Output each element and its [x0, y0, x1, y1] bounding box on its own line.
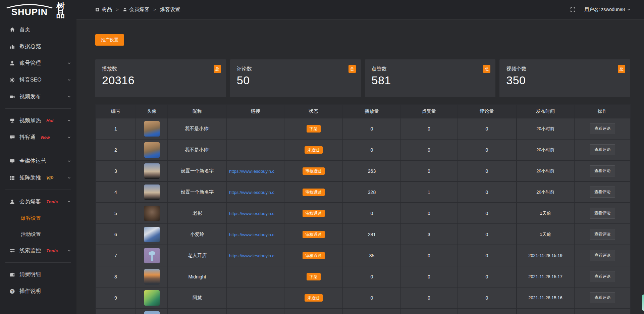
cell-comments: 0: [457, 245, 517, 266]
sidebar-item-label: 会员爆客: [19, 198, 41, 205]
col-header-likes: 点赞量: [401, 105, 457, 118]
breadcrumb-label: 会员爆客: [129, 6, 150, 13]
cell-likes: 0: [401, 139, 457, 160]
avatar: [144, 290, 160, 306]
cell-plays: 0: [343, 118, 401, 139]
breadcrumb-item-member-baoke[interactable]: 会员爆客: [123, 6, 150, 13]
sidebar-item-matrix-boost[interactable]: 矩阵助推 VIP: [0, 169, 76, 186]
view-comments-button[interactable]: 查看评论: [590, 187, 615, 198]
cell-likes: 0: [401, 160, 457, 181]
view-comments-button[interactable]: 查看评论: [590, 250, 615, 261]
bar-chart-icon: [9, 43, 15, 50]
video-link[interactable]: https://www.iesdouyin.c: [229, 211, 274, 216]
sidebar-subitem-activity-settings[interactable]: 活动设置: [0, 226, 76, 242]
cell-id: 8: [96, 266, 136, 287]
gear-icon: [9, 76, 15, 83]
cell-publish-time: 1天前: [517, 224, 574, 245]
cell-publish-time: 20小时前: [517, 181, 574, 203]
cell-publish-time: 20小时前: [517, 139, 574, 160]
cell-publish-time: 2021-11-28 15:16: [517, 287, 574, 308]
stat-label: 点赞数: [372, 66, 489, 72]
user-icon: [9, 60, 15, 66]
topbar-right: 用户名: zswodun88: [570, 7, 631, 13]
sidebar-item-data-overview[interactable]: 数据总览: [0, 38, 76, 55]
cell-likes: [401, 308, 457, 314]
table-row: 2 我不是小帅! 未通过 0 0 0 20小时前 查看评论: [96, 139, 631, 160]
cell-nickname: 小爱玲: [168, 224, 227, 245]
total-badge: 总: [214, 65, 221, 73]
cell-nickname: 设置一个新名字: [168, 160, 227, 181]
breadcrumb-label: 树品: [102, 6, 112, 13]
sidebar-item-account-management[interactable]: 账号管理: [0, 55, 76, 71]
chevron-down-icon: [67, 78, 71, 82]
fullscreen-icon[interactable]: [570, 7, 576, 12]
sidebar-item-lead-monitor[interactable]: 线索监控 Tools: [0, 242, 76, 259]
sidebar-item-member-baoke[interactable]: 会员爆客 Tools: [0, 193, 76, 210]
sidebar-item-operation-guide[interactable]: ? 操作说明: [0, 283, 76, 300]
col-header-publish-time: 发布时间: [517, 105, 574, 118]
view-comments-button[interactable]: 查看评论: [590, 271, 615, 282]
video-link[interactable]: https://www.iesdouyin.c: [229, 169, 274, 174]
table-header-row: 编号 头像 昵称 链接 状态 播放量 点赞量 评论量 发布时间 操作: [96, 105, 631, 118]
chevron-down-icon: [67, 95, 71, 99]
cell-id: [96, 308, 136, 314]
status-badge: 未通过: [305, 294, 323, 302]
avatar: [144, 248, 160, 263]
sidebar-subitem-baoke-settings[interactable]: 爆客设置: [0, 210, 76, 226]
sidebar-item-video-heat[interactable]: 视频加热 Hot: [0, 112, 76, 129]
view-comments-button[interactable]: 查看评论: [590, 165, 615, 176]
home-icon: [9, 26, 15, 33]
cell-plays: 0: [343, 139, 401, 160]
projector-icon: [9, 117, 15, 124]
scrollbar-thumb[interactable]: [642, 295, 644, 311]
cell-id: 7: [96, 245, 136, 266]
sidebar-item-doukotong[interactable]: 抖客通 New: [0, 129, 76, 146]
cell-id: 2: [96, 139, 136, 160]
sidebar-item-consumption-detail[interactable]: 消费明细: [0, 266, 76, 283]
view-comments-button[interactable]: 查看评论: [590, 229, 615, 240]
table-row: 9 阿慧 未通过 0 0 0 2021-11-28 15:16 查看评论: [96, 287, 631, 308]
sidebar-item-label: 矩阵助推: [19, 174, 41, 181]
username-label: 用户名: zswodun88: [584, 7, 625, 13]
cell-likes: 0: [401, 266, 457, 287]
sidebar-item-label: 视频发布: [19, 93, 41, 100]
view-comments-button[interactable]: 查看评论: [590, 208, 615, 219]
stat-label: 播放数: [102, 66, 219, 72]
tools-badge: Tools: [46, 248, 58, 253]
status-badge: 审核通过: [303, 210, 325, 217]
video-link[interactable]: https://www.iesdouyin.c: [229, 253, 274, 258]
col-header-actions: 操作: [574, 105, 631, 118]
sidebar-item-video-publish[interactable]: 视频发布: [0, 88, 76, 105]
promotion-settings-button[interactable]: 推广设置: [95, 34, 124, 46]
col-header-avatar: 头像: [136, 105, 168, 118]
view-comments-button[interactable]: 查看评论: [590, 144, 615, 155]
cell-comments: 0: [457, 118, 517, 139]
view-comments-button[interactable]: 查看评论: [590, 292, 615, 303]
breadcrumb-item-shupin[interactable]: 树品: [95, 6, 112, 13]
col-header-comments: 评论量: [457, 105, 517, 118]
chevron-up-icon: [67, 200, 71, 204]
avatar: [144, 163, 160, 179]
sidebar-item-label: 视频加热: [19, 117, 41, 124]
chevron-down-icon: [67, 61, 71, 65]
cell-id: 3: [96, 160, 136, 181]
question-circle-icon: ?: [9, 288, 15, 295]
sidebar-item-douyin-seo[interactable]: 抖音SEO: [0, 71, 76, 88]
table-row: 1 我不是小帅! 下架 0 0 0 20小时前 查看评论: [96, 118, 631, 139]
chevron-down-icon: [67, 118, 71, 122]
col-header-status: 状态: [284, 105, 343, 118]
video-link[interactable]: https://www.iesdouyin.c: [229, 190, 274, 195]
cell-likes: 3: [401, 224, 457, 245]
stat-cards: 播放数 20316 总 评论数 50 总 点赞数 581 总 视频个数 350 …: [95, 59, 630, 97]
stat-label: 视频个数: [506, 66, 624, 72]
view-comments-button[interactable]: 查看评论: [590, 123, 615, 134]
cell-plays: 328: [343, 181, 401, 203]
sidebar-item-media-operation[interactable]: 全媒体运营: [0, 153, 76, 169]
user-menu[interactable]: 用户名: zswodun88: [584, 7, 631, 13]
table-row: 3 设置一个新名字 https://www.iesdouyin.c 审核通过 2…: [96, 160, 631, 181]
sliders-icon: [9, 247, 15, 254]
cell-likes: 0: [401, 118, 457, 139]
sidebar-item-home[interactable]: 首页: [0, 21, 76, 38]
video-link[interactable]: https://www.iesdouyin.c: [229, 232, 274, 237]
stat-card-plays: 播放数 20316 总: [95, 59, 226, 97]
